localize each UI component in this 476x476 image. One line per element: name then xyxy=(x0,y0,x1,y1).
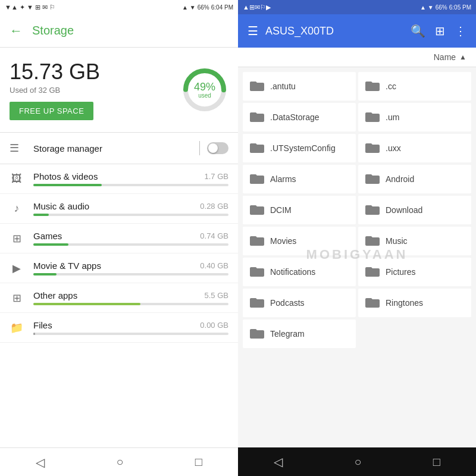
wifi-icon: ▼ xyxy=(190,4,196,11)
sim-right-icon: ▲ xyxy=(420,4,426,11)
folder-name: Pictures xyxy=(386,267,416,277)
folder-name: .um xyxy=(386,112,399,122)
donut-text: 49% used xyxy=(194,82,215,99)
item-content: Files 0.00 GB xyxy=(33,320,228,335)
folder-name: Ringtones xyxy=(386,298,423,308)
list-item[interactable]: ⊞ Other apps 5.5 GB xyxy=(0,283,238,313)
folder-name: Telegram xyxy=(270,329,305,339)
list-item[interactable]: .cc xyxy=(358,72,471,101)
battery-right: 66% xyxy=(436,4,447,11)
grid-view-icon[interactable]: ⊞ xyxy=(435,24,445,38)
storage-manager-row[interactable]: ☰ Storage manager xyxy=(0,133,238,164)
storage-text: 15.73 GB Used of 32 GB FREE UP SPACE xyxy=(10,60,100,120)
folder-name: Music xyxy=(386,236,408,246)
item-label: Movie & TV apps xyxy=(33,261,101,271)
top-bar-left: ← Storage xyxy=(0,14,238,48)
games-icon: ⊞ xyxy=(10,231,24,246)
right-screen: ▲⊞✉⚐▶ ▲ ▼ 66% 6:05 PM ☰ ASUS_X00TD 🔍 ⊞ ⋮… xyxy=(238,0,476,476)
item-content: Games 0.74 GB xyxy=(33,231,228,246)
list-item[interactable]: Notifications xyxy=(243,258,356,286)
folder-name: Movies xyxy=(270,236,296,246)
list-item[interactable]: .antutu xyxy=(243,72,356,101)
top-bar-actions: 🔍 ⊞ ⋮ xyxy=(411,24,466,38)
status-bar-left: ▼▲ ✦ ▼ ⊞ ✉ ⚐ ▲ ▼ 66% 6:04 PM xyxy=(0,0,238,14)
list-item[interactable]: .um xyxy=(358,103,471,131)
item-size: 0.40 GB xyxy=(200,261,228,270)
list-item[interactable]: Telegram xyxy=(243,320,356,348)
item-content: Movie & TV apps 0.40 GB xyxy=(33,261,228,275)
device-title: ASUS_X00TD xyxy=(265,25,403,37)
list-item[interactable]: Download xyxy=(358,196,471,224)
nav-bar-left: ◁ ○ □ xyxy=(0,447,238,476)
list-item[interactable]: Podcasts xyxy=(243,289,356,317)
wifi-right-icon: ▼ xyxy=(428,4,434,11)
storage-manager-toggle[interactable] xyxy=(207,142,228,154)
apps-icon: ⊞ xyxy=(10,291,24,305)
battery-left: 66% xyxy=(198,4,209,11)
folder-name: Alarms xyxy=(270,174,296,184)
item-size: 5.5 GB xyxy=(205,291,228,300)
list-item[interactable]: Alarms xyxy=(243,165,356,193)
list-item[interactable]: ♪ Music & audio 0.28 GB xyxy=(0,194,238,224)
list-item[interactable]: .uxx xyxy=(358,134,471,162)
movie-icon: ▶ xyxy=(10,261,24,275)
list-item[interactable]: Movies xyxy=(243,227,356,255)
back-nav-button-right[interactable]: ◁ xyxy=(269,450,287,474)
toggle-thumb xyxy=(208,143,218,153)
hamburger-button[interactable]: ☰ xyxy=(248,24,258,38)
list-item[interactable]: Android xyxy=(358,165,471,193)
item-label: Files xyxy=(33,320,52,330)
chevron-up-icon[interactable]: ▲ xyxy=(459,53,466,61)
music-icon: ♪ xyxy=(10,202,24,216)
status-left-right: ▲ ▼ 66% 6:04 PM xyxy=(182,4,233,11)
list-item[interactable]: 🖼 Photos & videos 1.7 GB xyxy=(0,164,238,194)
back-button[interactable]: ← xyxy=(10,23,23,39)
folder-name: .DataStorage xyxy=(270,112,320,122)
folder-name: .uxx xyxy=(386,143,401,153)
list-item[interactable]: Music xyxy=(358,227,471,255)
files-grid: .antutu .cc .DataStorage .um .UTSystemCo… xyxy=(238,67,476,447)
recents-nav-button[interactable]: □ xyxy=(190,450,207,474)
list-item[interactable]: DCIM xyxy=(243,196,356,224)
item-content: Music & audio 0.28 GB xyxy=(33,201,228,216)
status-right-info: ▲ ▼ 66% 6:05 PM xyxy=(420,4,471,11)
item-size: 0.74 GB xyxy=(200,231,228,240)
list-item[interactable]: Ringtones xyxy=(358,289,471,317)
home-nav-button-right[interactable]: ○ xyxy=(349,450,366,474)
storage-items-list: 🖼 Photos & videos 1.7 GB ♪ Music & xyxy=(0,164,238,343)
item-label: Music & audio xyxy=(33,201,89,211)
sort-label: Name xyxy=(434,52,456,62)
list-item[interactable]: 📁 Files 0.00 GB xyxy=(0,313,238,343)
folder-name: .cc xyxy=(386,82,396,91)
item-size: 1.7 GB xyxy=(205,172,228,181)
item-label: Photos & videos xyxy=(33,171,98,181)
folder-name: .UTSystemConfig xyxy=(270,143,336,153)
back-nav-button[interactable]: ◁ xyxy=(31,450,49,474)
item-content: Photos & videos 1.7 GB xyxy=(33,171,228,186)
home-nav-button[interactable]: ○ xyxy=(111,450,128,474)
list-item[interactable]: Pictures xyxy=(358,258,471,286)
item-label: Games xyxy=(33,231,62,241)
list-item[interactable]: .DataStorage xyxy=(243,103,356,131)
sim-icon: ▲ xyxy=(182,4,188,11)
item-size: 0.28 GB xyxy=(200,202,228,211)
item-size: 0.00 GB xyxy=(200,321,228,330)
divider xyxy=(199,141,200,155)
donut-percent: 49% xyxy=(194,82,215,92)
folder-name: Podcasts xyxy=(270,298,305,308)
more-options-icon[interactable]: ⋮ xyxy=(455,24,466,38)
list-item[interactable]: .UTSystemConfig xyxy=(243,134,356,162)
nav-bar-right: ◁ ○ □ xyxy=(238,447,476,476)
free-up-button[interactable]: FREE UP SPACE xyxy=(10,102,93,120)
storage-summary: 15.73 GB Used of 32 GB FREE UP SPACE 49%… xyxy=(0,48,238,133)
storage-manager-label: Storage manager xyxy=(33,143,199,154)
list-item[interactable]: ⊞ Games 0.74 GB xyxy=(0,224,238,253)
list-item[interactable]: ▶ Movie & TV apps 0.40 GB xyxy=(0,253,238,283)
files-icon: 📁 xyxy=(10,321,24,335)
recents-nav-button-right[interactable]: □ xyxy=(428,450,445,474)
storage-used-gb: 15.73 GB xyxy=(10,60,100,84)
folder-name: Android xyxy=(386,174,414,184)
status-left-icons: ▼▲ ✦ ▼ ⊞ ✉ ⚐ xyxy=(5,4,55,11)
photos-icon: 🖼 xyxy=(10,172,24,186)
search-icon[interactable]: 🔍 xyxy=(411,24,425,38)
